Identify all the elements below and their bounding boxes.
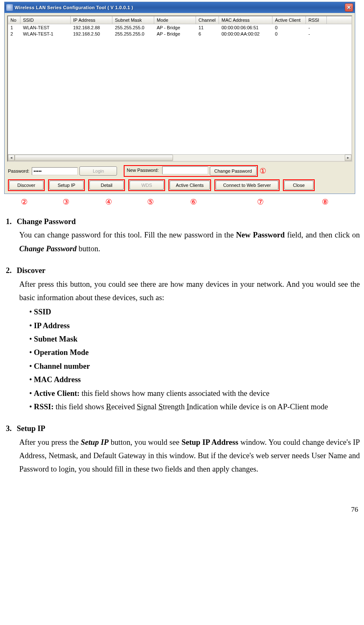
list-item: IP Address: [29, 319, 360, 332]
annotation-8: ⑧: [322, 197, 328, 207]
cell-ip: 192.168.2.50: [71, 31, 112, 37]
window-title: Wireless LAN Series Configuration Tool (…: [15, 5, 345, 10]
detail-button[interactable]: Detail: [89, 181, 124, 190]
discover-button[interactable]: Discover: [9, 181, 43, 190]
section-title: Change Password: [17, 217, 76, 226]
cell-mask: 255.255.255.0: [112, 25, 154, 31]
grid-header: No SSID IP Address Subnet Mask Mode Chan…: [8, 16, 351, 24]
cell-mask: 255.255.255.0: [112, 31, 154, 37]
cell-mac: 00:00:00:AA:00:02: [219, 31, 272, 37]
section-num: 1.: [6, 215, 17, 228]
cell-mode: AP - Bridge: [154, 31, 196, 37]
col-header-active-client[interactable]: Active Client: [272, 16, 306, 24]
section-setup-ip: 3.Setup IP After you press the Setup IP …: [6, 422, 360, 476]
change-password-button[interactable]: Change Password: [210, 166, 257, 176]
col-header-no[interactable]: No: [8, 16, 20, 24]
section-body: After you press the Setup IP button, you…: [19, 436, 360, 476]
document-body: 1.Change Password You can change passwor…: [0, 213, 364, 493]
connect-web-server-button[interactable]: Connect to Web Server: [216, 181, 278, 190]
annotation-row: ② ③ ④ ⑤ ⑥ ⑦ ⑧: [0, 197, 364, 206]
list-item: MAC Address: [29, 373, 360, 386]
password-input[interactable]: [32, 167, 78, 175]
section-body: After press this button, you could see t…: [19, 278, 360, 305]
annotation-2: ②: [21, 197, 28, 207]
table-row[interactable]: 2 WLAN-TEST-1 192.168.2.50 255.255.255.0…: [8, 31, 351, 37]
page-number: 76: [0, 493, 364, 518]
active-clients-button[interactable]: Active Clients: [170, 181, 210, 190]
titlebar: Wireless LAN Series Configuration Tool (…: [5, 2, 355, 13]
section-title: Discover: [17, 266, 46, 275]
list-item: RSSI: this field shows Received Signal S…: [29, 400, 360, 413]
cell-active-client: 0: [272, 31, 306, 37]
section-num: 3.: [6, 422, 17, 435]
cell-ssid: WLAN-TEST-1: [20, 31, 71, 37]
window-close-button[interactable]: ✕: [345, 3, 353, 12]
section-body: You can change password for this tool. F…: [19, 228, 360, 255]
cell-rssi: -: [306, 25, 327, 31]
section-change-password: 1.Change Password You can change passwor…: [6, 215, 360, 255]
list-item: Operation Mode: [29, 346, 360, 359]
cell-rssi: -: [306, 31, 327, 37]
cell-channel: 11: [196, 25, 219, 31]
section-title: Setup IP: [17, 424, 45, 433]
cell-mode: AP - Bridge: [154, 25, 196, 31]
col-header-mac[interactable]: MAC Address: [219, 16, 272, 24]
wds-button[interactable]: WDS: [130, 181, 164, 190]
new-password-input[interactable]: [162, 166, 208, 174]
col-header-mode[interactable]: Mode: [154, 16, 196, 24]
col-header-channel[interactable]: Channel: [196, 16, 219, 24]
col-header-mask[interactable]: Subnet Mask: [112, 16, 154, 24]
cell-ssid: WLAN-TEST: [20, 25, 71, 31]
new-password-label: New Password:: [125, 166, 159, 176]
annotation-6: ⑥: [190, 197, 197, 207]
col-header-ip[interactable]: IP Address: [71, 16, 112, 24]
col-header-rssi[interactable]: RSSI: [306, 16, 327, 24]
col-header-ssid[interactable]: SSID: [20, 16, 71, 24]
button-row: Discover Setup IP Detail WDS Active Clie…: [8, 179, 351, 191]
setup-ip-button[interactable]: Setup IP: [49, 181, 84, 190]
close-button[interactable]: Close: [284, 181, 313, 190]
annotation-7: ⑦: [257, 197, 264, 207]
cell-mac: 00:00:00:06:06:51: [219, 25, 272, 31]
scroll-left-button[interactable]: ◄: [8, 155, 15, 161]
cell-active-client: 0: [272, 25, 306, 31]
cell-no: 2: [8, 31, 20, 37]
grid-body[interactable]: 1 WLAN-TEST 192.168.2.88 255.255.255.0 A…: [8, 24, 351, 154]
table-row[interactable]: 1 WLAN-TEST 192.168.2.88 255.255.255.0 A…: [8, 24, 351, 31]
list-item: Subnet Mask: [29, 332, 360, 346]
annotation-5: ⑤: [147, 197, 154, 207]
scroll-thumb[interactable]: [15, 155, 173, 161]
cell-no: 1: [8, 25, 20, 31]
list-item: SSID: [29, 305, 360, 319]
annotation-1: ①: [260, 166, 266, 176]
annotation-4: ④: [105, 197, 112, 207]
cell-ip: 192.168.2.88: [71, 25, 112, 31]
password-label: Password:: [8, 168, 29, 173]
annotation-3: ③: [63, 197, 69, 207]
bullet-list: SSID IP Address Subnet Mask Operation Mo…: [29, 305, 360, 413]
list-item: Active Client: this field shows how many…: [29, 387, 360, 400]
app-icon: [6, 4, 13, 11]
device-grid: No SSID IP Address Subnet Mask Mode Chan…: [7, 15, 352, 162]
scroll-right-button[interactable]: ►: [345, 155, 351, 161]
list-item: Channel number: [29, 360, 360, 373]
section-num: 2.: [6, 264, 17, 277]
password-row: Password: Login New Password: Change Pas…: [8, 165, 351, 177]
scroll-track[interactable]: [15, 155, 345, 161]
login-button[interactable]: Login: [79, 166, 117, 176]
app-window: Wireless LAN Series Configuration Tool (…: [4, 2, 355, 194]
horizontal-scrollbar[interactable]: ◄ ►: [8, 154, 351, 161]
section-discover: 2.Discover After press this button, you …: [6, 264, 360, 413]
cell-channel: 6: [196, 31, 219, 37]
